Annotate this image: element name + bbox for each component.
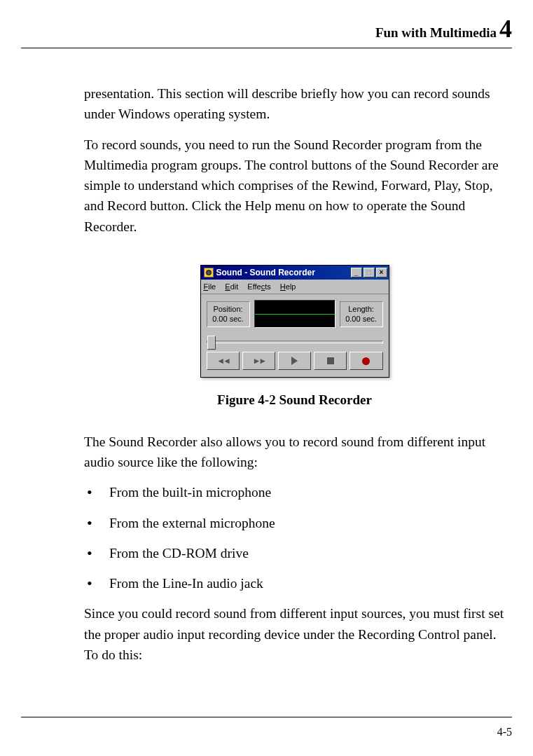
menubar: File Edit Effects Help: [201, 280, 389, 295]
footer-rule: [21, 717, 512, 717]
slider-thumb[interactable]: [207, 336, 216, 350]
position-slider[interactable]: [207, 341, 383, 343]
help-menu[interactable]: Help: [280, 282, 296, 291]
length-label: Length:: [345, 304, 378, 314]
record-icon: [362, 357, 370, 365]
bullet-list: From the built-in microphone From the ex…: [84, 482, 505, 593]
speaker-icon[interactable]: [204, 268, 214, 277]
position-label: Position:: [212, 304, 245, 314]
record-button[interactable]: [349, 352, 382, 370]
sound-recorder-window: Sound - Sound Recorder _ □ × File Edit E…: [200, 265, 389, 378]
forward-icon: ►►: [252, 355, 265, 367]
list-item: From the Line-In audio jack: [84, 573, 505, 593]
paragraph: To record sounds, you need to run the So…: [84, 135, 505, 237]
stop-button[interactable]: [314, 352, 347, 370]
forward-button[interactable]: ►►: [242, 352, 275, 370]
rewind-icon: ◄◄: [216, 355, 229, 367]
position-panel: Position: 0.00 sec.: [207, 301, 250, 327]
window-title: Sound - Sound Recorder: [216, 266, 351, 280]
paragraph: Since you could record sound from differ…: [84, 603, 505, 665]
page-content: presentation. This section will describe…: [84, 83, 505, 665]
maximize-button: □: [364, 268, 375, 277]
file-menu[interactable]: File: [204, 282, 216, 291]
waveform-display: [254, 300, 335, 328]
play-icon: [291, 357, 298, 365]
length-value: 0.00 sec.: [345, 314, 378, 324]
titlebar[interactable]: Sound - Sound Recorder _ □ ×: [201, 266, 389, 280]
paragraph: presentation. This section will describe…: [84, 83, 505, 125]
play-button[interactable]: [278, 352, 311, 370]
paragraph: The Sound Recorder also allows you to re…: [84, 432, 505, 473]
minimize-button[interactable]: _: [351, 268, 362, 277]
figure-caption: Figure 4-2 Sound Recorder: [84, 390, 505, 411]
rewind-button[interactable]: ◄◄: [207, 352, 240, 370]
length-panel: Length: 0.00 sec.: [340, 301, 383, 327]
page-number: 4-5: [497, 726, 512, 738]
edit-menu[interactable]: Edit: [225, 282, 238, 291]
page-header: Fun with Multimedia4: [21, 14, 512, 48]
chapter-number: 4: [499, 15, 512, 43]
stop-icon: [327, 357, 334, 364]
header-title: Fun with Multimedia: [375, 25, 497, 40]
effects-menu[interactable]: Effects: [247, 282, 270, 291]
figure-container: Sound - Sound Recorder _ □ × File Edit E…: [84, 265, 505, 411]
list-item: From the CD-ROM drive: [84, 543, 505, 563]
list-item: From the external microphone: [84, 513, 505, 533]
list-item: From the built-in microphone: [84, 482, 505, 502]
close-button[interactable]: ×: [376, 268, 387, 277]
position-value: 0.00 sec.: [212, 314, 245, 324]
